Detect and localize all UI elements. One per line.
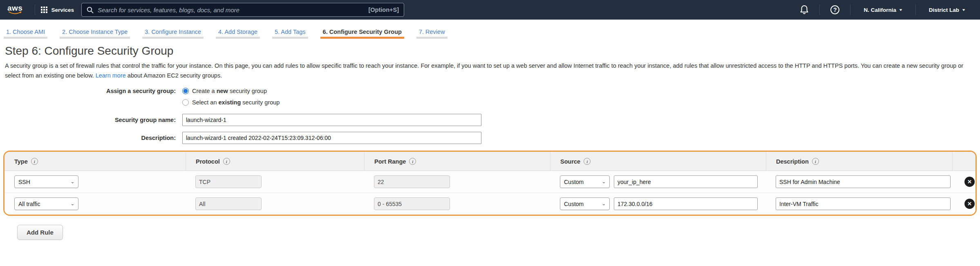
aws-logo[interactable]: aws [7, 4, 22, 15]
security-group-name-input[interactable] [182, 114, 481, 126]
wizard-step-tabs: 1. Choose AMI 2. Choose Instance Type 3.… [0, 20, 980, 39]
account-menu[interactable]: District Lab ▼ [922, 7, 973, 13]
header-actions [952, 152, 976, 171]
rule-type-select[interactable]: All traffic ⌄ [14, 197, 78, 210]
rule-source-input[interactable] [614, 175, 758, 188]
services-menu-button[interactable]: Services [41, 7, 74, 13]
security-group-name-label: Security group name: [5, 117, 176, 123]
tab-add-storage[interactable]: 4. Add Storage [218, 29, 257, 39]
security-rules-table: Type i Protocol i Port Range i Source i … [3, 151, 977, 216]
rule-port-range-field [374, 175, 450, 188]
radio-create-bold: new [217, 88, 228, 94]
chevron-down-icon: ⌄ [70, 202, 75, 206]
navbar-divider [819, 4, 820, 15]
grid-icon [41, 7, 47, 13]
table-row: SSH ⌄ Custom ⌄ ✕ [4, 171, 976, 193]
rule-description-input[interactable] [776, 175, 951, 188]
search-shortcut-hint: [Option+S] [368, 7, 399, 13]
caret-down-icon: ▼ [961, 8, 966, 12]
rule-type-value: All traffic [18, 201, 40, 207]
learn-more-link[interactable]: Learn more [96, 72, 126, 79]
page-description: A security group is a set of firewall ru… [5, 61, 975, 80]
rule-port-range-field [374, 197, 450, 210]
rule-protocol-field [195, 197, 262, 210]
rule-source-mode-value: Custom [564, 201, 584, 207]
account-label: District Lab [929, 7, 959, 13]
tab-configure-security-group[interactable]: 6. Configure Security Group [323, 29, 402, 39]
rule-source-mode-select[interactable]: Custom ⌄ [560, 197, 610, 210]
header-description: Description i [766, 152, 952, 171]
header-protocol: Protocol i [186, 152, 364, 171]
rule-source-mode-value: Custom [564, 179, 584, 185]
info-icon[interactable]: i [584, 158, 591, 165]
caret-down-icon: ▼ [898, 8, 903, 12]
radio-existing-post: security group [241, 99, 280, 106]
header-source: Source i [550, 152, 766, 171]
tab-configure-instance[interactable]: 3. Configure Instance [145, 29, 201, 39]
page-content: Step 6: Configure Security Group A secur… [0, 39, 980, 240]
assign-security-group-label: Assign a security group: [5, 88, 176, 94]
rule-source-input[interactable] [614, 197, 758, 210]
help-button[interactable]: ? [826, 5, 844, 14]
header-source-label: Source [560, 158, 580, 165]
header-type: Type i [4, 152, 186, 171]
chevron-down-icon: ⌄ [602, 202, 606, 206]
bell-icon [800, 5, 809, 15]
rule-protocol-field [195, 175, 262, 188]
navbar-divider [35, 4, 35, 15]
header-type-label: Type [14, 158, 28, 165]
radio-existing-pre: Select an [192, 99, 219, 106]
info-icon[interactable]: i [223, 158, 230, 165]
radio-create-pre: Create a [192, 88, 217, 94]
radio-create-post: security group [228, 88, 267, 94]
region-label: N. California [864, 7, 896, 13]
chevron-down-icon: ⌄ [602, 180, 606, 184]
header-description-label: Description [776, 158, 809, 165]
header-port-range: Port Range i [364, 152, 550, 171]
rule-type-value: SSH [18, 179, 30, 185]
search-icon [87, 7, 94, 13]
tab-choose-instance-type[interactable]: 2. Choose Instance Type [62, 29, 128, 39]
delete-rule-button[interactable]: ✕ [964, 177, 975, 187]
navbar-divider [850, 4, 850, 15]
rules-table-header: Type i Protocol i Port Range i Source i … [4, 152, 976, 171]
chevron-down-icon: ⌄ [70, 180, 75, 184]
region-selector[interactable]: N. California ▼ [856, 7, 909, 13]
notifications-button[interactable] [795, 5, 814, 15]
tab-review[interactable]: 7. Review [419, 29, 445, 39]
radio-create-new-label[interactable]: Create a new security group [192, 88, 267, 94]
security-group-description-input[interactable] [182, 132, 481, 144]
aws-logo-text: aws [7, 4, 22, 11]
table-row: All traffic ⌄ Custom ⌄ ✕ [4, 193, 976, 215]
delete-rule-button[interactable]: ✕ [964, 199, 975, 209]
info-icon[interactable]: i [812, 158, 819, 165]
description-label: Description: [5, 135, 176, 141]
radio-create-new-security-group[interactable] [182, 88, 189, 94]
tab-choose-ami[interactable]: 1. Choose AMI [6, 29, 45, 39]
search-input[interactable] [98, 7, 364, 13]
global-search[interactable]: [Option+S] [81, 3, 404, 17]
rule-type-select[interactable]: SSH ⌄ [14, 175, 78, 188]
radio-select-existing-security-group[interactable] [182, 99, 189, 106]
add-rule-button[interactable]: Add Rule [17, 225, 63, 240]
info-icon[interactable]: i [31, 158, 38, 165]
radio-select-existing-label[interactable]: Select an existing security group [192, 99, 280, 106]
tab-add-tags[interactable]: 5. Add Tags [275, 29, 306, 39]
rule-source-mode-select[interactable]: Custom ⌄ [560, 175, 610, 188]
page-description-text2: about Amazon EC2 security groups. [126, 72, 222, 79]
info-icon[interactable]: i [409, 158, 416, 165]
rule-description-input[interactable] [776, 197, 951, 210]
navbar-divider [915, 4, 916, 15]
header-port-range-label: Port Range [374, 158, 406, 165]
top-navbar: aws Services [Option+S] ? [0, 0, 980, 20]
header-protocol-label: Protocol [196, 158, 220, 165]
security-group-form: Assign a security group: Create a new se… [5, 88, 975, 144]
radio-existing-bold: existing [219, 99, 241, 106]
help-icon: ? [830, 5, 839, 14]
page-title: Step 6: Configure Security Group [5, 44, 975, 58]
services-label: Services [51, 7, 74, 13]
aws-smile-icon [8, 11, 22, 15]
